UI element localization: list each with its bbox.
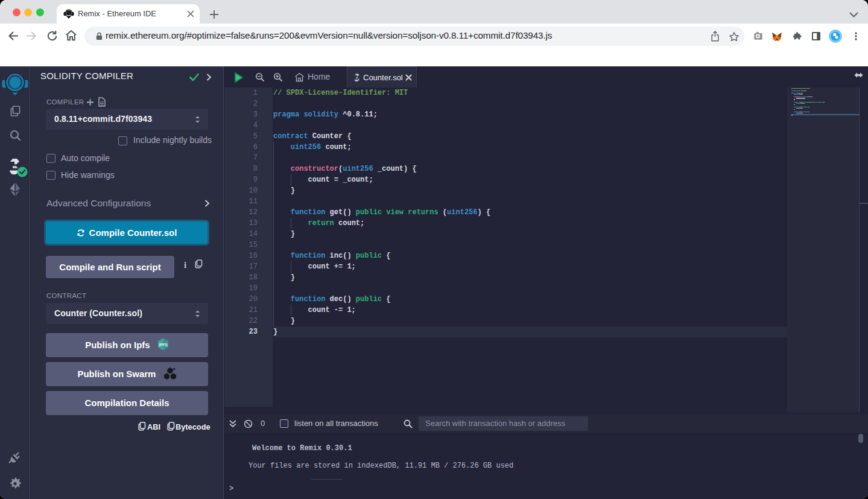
svg-text:IPFS: IPFS (159, 343, 168, 347)
